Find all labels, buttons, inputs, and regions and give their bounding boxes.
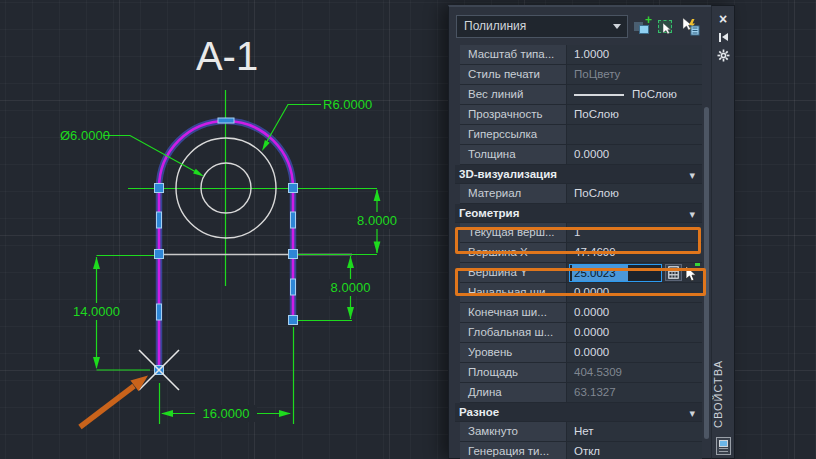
center-lines [128, 90, 377, 286]
section-title: 3D-визуализация [459, 168, 557, 180]
property-value[interactable]: Откл [567, 442, 702, 459]
palette-titlebar[interactable]: × СВОЙСТВА [711, 5, 735, 459]
collapse-chevron-icon[interactable] [689, 204, 695, 222]
vertex-y-selected-text: 25.0023 [572, 265, 628, 281]
property-label: Вершина Y [460, 263, 567, 282]
collapse-chevron-icon[interactable] [689, 165, 695, 183]
gear-icon[interactable] [712, 46, 734, 64]
property-label: Площадь [460, 363, 567, 382]
property-value[interactable]: Нет [567, 422, 702, 441]
properties-palette: Полилиния + [448, 5, 735, 459]
dimension-right-upper[interactable]: 8.0000 [296, 189, 398, 255]
drawing-title: A-1 [196, 34, 258, 78]
property-label: Глобальная ш... [460, 323, 567, 342]
quick-select-icon[interactable] [681, 17, 700, 36]
property-value[interactable]: 0.0000 [567, 145, 702, 164]
property-value[interactable]: 0.0000 [567, 343, 702, 362]
annotation-arrow [80, 376, 148, 428]
property-row-vertex-x[interactable]: Вершина X 47.4699 [460, 243, 702, 263]
property-label: Материал [460, 184, 567, 203]
property-value[interactable]: 47.4699 [567, 243, 702, 262]
property-label: Вес линий [460, 85, 567, 104]
property-row[interactable]: Начальная ши... 0.0000 [460, 283, 702, 303]
property-value[interactable]: 0.0000 [567, 303, 702, 322]
object-type-dropdown[interactable]: Полилиния [456, 15, 628, 38]
property-row[interactable]: Замкнуто Нет [460, 422, 702, 442]
palette-header: Полилиния + [456, 14, 705, 38]
property-label: Начальная ши... [460, 283, 567, 302]
mouse-cursor [685, 264, 700, 282]
property-value[interactable]: ПоСлою [567, 105, 702, 124]
property-value[interactable]: 0.0000 [567, 283, 702, 302]
property-label: Текущая верш... [460, 223, 567, 242]
property-label: Вершина X [460, 243, 567, 262]
section-header-3d[interactable]: 3D-визуализация [455, 165, 702, 184]
property-value[interactable]: ПоСлою [567, 85, 702, 104]
vertex-y-input[interactable]: 25.0023 [569, 264, 662, 282]
property-row-current-vertex[interactable]: Текущая верш... 1 [460, 223, 702, 243]
property-row[interactable]: Генерация ти... Откл [460, 442, 702, 459]
property-rows: Масштаб типа... 1.0000 Стиль печати ПоЦв… [460, 45, 702, 165]
property-label: Гиперссылка [460, 125, 567, 144]
section-header-misc[interactable]: Разное [455, 403, 702, 422]
property-value: 25.0023 [567, 263, 702, 282]
property-label: Прозрачность [460, 105, 567, 124]
property-label: Конечная ши... [460, 303, 567, 322]
property-row[interactable]: Стиль печати ПоЦвету [460, 65, 702, 85]
property-value[interactable]: 0.0000 [567, 323, 702, 342]
dim-text: R6.0000 [323, 97, 372, 112]
property-row[interactable]: Материал ПоСлою [460, 184, 702, 204]
properties-palette-icon[interactable] [716, 437, 731, 455]
calculator-button[interactable] [665, 264, 682, 281]
property-row-vertex-y[interactable]: Вершина Y 25.0023 [460, 263, 702, 283]
autohide-pin-icon[interactable] [712, 28, 734, 46]
dimension-bottom[interactable]: 16.0000 [160, 327, 294, 424]
dim-text: 16.0000 [203, 406, 250, 421]
section-header-geometry[interactable]: Геометрия [455, 204, 702, 223]
close-icon[interactable]: × [712, 10, 734, 28]
section-title: Геометрия [459, 207, 519, 219]
property-row[interactable]: Масштаб типа... 1.0000 [460, 45, 702, 65]
lineweight-sample [574, 94, 624, 96]
property-value[interactable]: ПоСлою [567, 184, 702, 203]
property-value[interactable]: 1 [567, 223, 702, 242]
property-row[interactable]: Прозрачность ПоСлою [460, 105, 702, 125]
property-row[interactable]: Гиперссылка [460, 125, 702, 145]
dim-text: Ø6.0000 [60, 128, 110, 143]
panel-scrollbar[interactable] [704, 107, 709, 439]
property-label: Масштаб типа... [460, 45, 567, 64]
property-row[interactable]: Толщина 0.0000 [460, 145, 702, 165]
property-row[interactable]: Длина 63.1327 [460, 383, 702, 403]
property-row[interactable]: Вес линий ПоСлою [460, 85, 702, 105]
property-row[interactable]: Глобальная ш... 0.0000 [460, 323, 702, 343]
dimension-right-lower[interactable]: 8.0000 [296, 256, 372, 321]
property-value: 404.5309 [567, 363, 702, 382]
toggle-pickadd-icon[interactable]: + [633, 17, 652, 36]
select-objects-icon[interactable] [657, 17, 676, 36]
dim-text: 14.0000 [73, 304, 120, 319]
dimension-left[interactable]: 14.0000 [72, 256, 157, 371]
property-row[interactable]: Конечная ши... 0.0000 [460, 303, 702, 323]
properties-panel: Полилиния + [448, 5, 711, 459]
property-label: Замкнуто [460, 422, 567, 441]
collapse-chevron-icon[interactable] [689, 403, 695, 421]
property-row[interactable]: Уровень 0.0000 [460, 343, 702, 363]
property-label: Генерация ти... [460, 442, 567, 459]
property-label: Стиль печати [460, 65, 567, 84]
property-label: Длина [460, 383, 567, 402]
palette-title-vertical[interactable]: СВОЙСТВА [712, 360, 734, 428]
property-label: Уровень [460, 343, 567, 362]
property-label: Толщина [460, 145, 567, 164]
lineweight-value: ПоСлою [632, 85, 677, 104]
property-value[interactable]: ПоЦвету [567, 65, 702, 84]
property-value[interactable]: 1.0000 [567, 45, 702, 64]
property-value[interactable] [567, 125, 702, 144]
section-title: Разное [459, 406, 499, 418]
dim-text: 8.0000 [331, 280, 371, 295]
object-type-label: Полилиния [464, 19, 526, 33]
chevron-down-icon [613, 24, 621, 29]
property-row[interactable]: Площадь 404.5309 [460, 363, 702, 383]
dim-text: 8.0000 [357, 213, 397, 228]
property-value: 63.1327 [567, 383, 702, 402]
